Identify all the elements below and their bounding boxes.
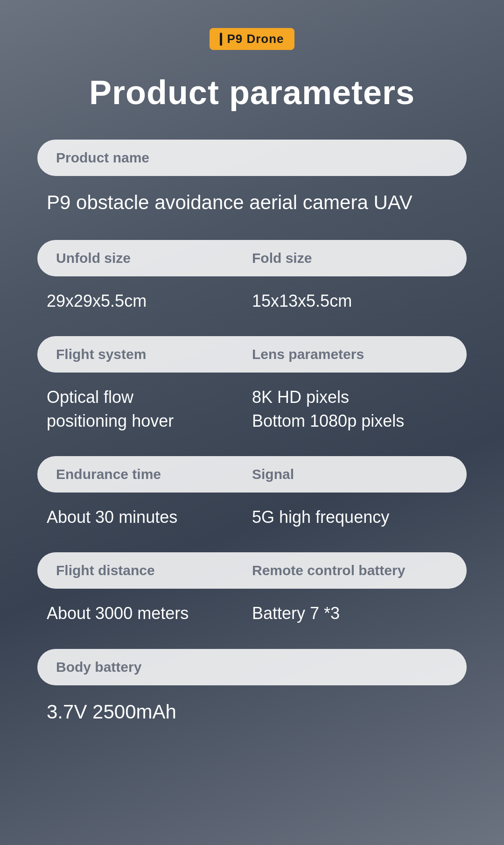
- param-label-flight: Flight system: [56, 346, 252, 362]
- param-value-rc-battery: Battery 7 *3: [252, 602, 457, 625]
- param-label-lens: Lens parameters: [252, 346, 448, 362]
- param-value-optical-flow: Optical flow positioning hover: [47, 386, 252, 433]
- param-label-body-battery: Body battery: [56, 659, 141, 675]
- param-header-size: Unfold size Fold size: [37, 240, 467, 276]
- param-value-signal: 5G high frequency: [252, 506, 457, 529]
- param-label-unfold: Unfold size: [56, 250, 252, 266]
- param-values-flight-lens: Optical flow positioning hover 8K HD pix…: [37, 386, 467, 447]
- section-size: Unfold size Fold size 29x29x5.5cm 15x13x…: [37, 240, 467, 327]
- param-value-lens-spec: 8K HD pixels Bottom 1080p pixels: [252, 386, 457, 433]
- product-name-value: 3.7V 2500mAh: [37, 698, 467, 740]
- param-label-endurance: Endurance time: [56, 466, 252, 482]
- param-label-rc-battery: Remote control battery: [252, 563, 448, 578]
- param-label-signal: Signal: [252, 466, 448, 482]
- param-header-flight-lens: Flight system Lens parameters: [37, 336, 467, 373]
- badge-text: P9 Drone: [227, 32, 284, 46]
- badge-bar: [220, 33, 222, 46]
- page-title: Product parameters: [89, 73, 415, 112]
- badge: P9 Drone: [210, 28, 294, 50]
- section-endurance-signal: Endurance time Signal About 30 minutes 5…: [37, 456, 467, 543]
- param-values-flight-battery: About 3000 meters Battery 7 *3: [37, 602, 467, 639]
- section-body-battery: Body battery 3.7V 2500mAh: [37, 649, 467, 740]
- param-values-endurance-signal: About 30 minutes 5G high frequency: [37, 506, 467, 543]
- section-product-name: Product name P9 obstacle avoidance aeria…: [37, 140, 467, 231]
- section-flight-battery: Flight distance Remote control battery A…: [37, 552, 467, 639]
- param-header-endurance-signal: Endurance time Signal: [37, 456, 467, 493]
- param-value-fold: 15x13x5.5cm: [252, 289, 457, 313]
- param-value-endurance: About 30 minutes: [47, 506, 252, 529]
- param-value-unfold: 29x29x5.5cm: [47, 289, 252, 313]
- product-name-value: P9 obstacle avoidance aerial camera UAV: [37, 189, 467, 231]
- param-header-product-name: Product name: [37, 140, 467, 176]
- param-header-flight-battery: Flight distance Remote control battery: [37, 552, 467, 589]
- param-label-product-name: Product name: [56, 150, 149, 165]
- param-label-flight-distance: Flight distance: [56, 563, 252, 578]
- param-values-size: 29x29x5.5cm 15x13x5.5cm: [37, 289, 467, 327]
- section-flight-lens: Flight system Lens parameters Optical fl…: [37, 336, 467, 447]
- param-header-body-battery: Body battery: [37, 649, 467, 685]
- param-value-distance: About 3000 meters: [47, 602, 252, 625]
- param-label-fold: Fold size: [252, 250, 448, 266]
